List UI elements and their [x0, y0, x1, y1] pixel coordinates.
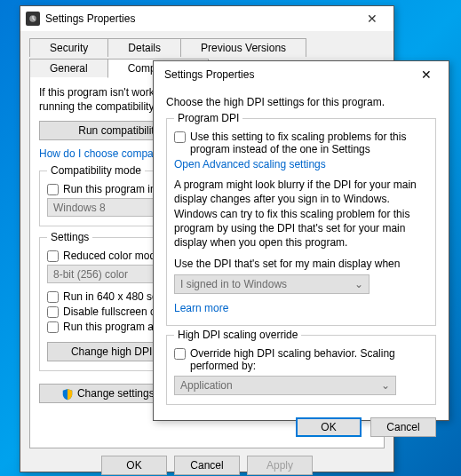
tab-security[interactable]: Security: [29, 38, 108, 57]
select-value: I signed in to Windows: [180, 278, 287, 290]
cancel-button[interactable]: Cancel: [370, 417, 436, 437]
intro-text: Choose the high DPI settings for this pr…: [166, 95, 436, 109]
window-body: Choose the high DPI settings for this pr…: [154, 88, 449, 448]
shield-icon: [61, 387, 74, 400]
checkbox-input[interactable]: [47, 321, 59, 333]
chevron-down-icon: ⌄: [381, 379, 390, 392]
checkbox-input[interactable]: [174, 348, 186, 360]
group-legend: Compatibility mode: [47, 164, 145, 177]
ok-button[interactable]: OK: [101, 456, 167, 475]
apply-button[interactable]: Apply: [247, 456, 313, 475]
program-dpi-group: Program DPI Use this setting to fix scal…: [166, 118, 436, 325]
tab-details[interactable]: Details: [107, 38, 181, 57]
override-group: High DPI scaling override Override high …: [166, 335, 436, 405]
group-legend: Program DPI: [174, 112, 242, 124]
tab-previous-versions[interactable]: Previous Versions: [180, 38, 306, 57]
advanced-scaling-link[interactable]: Open Advanced scaling settings: [174, 158, 326, 171]
group-legend: Settings: [47, 231, 92, 243]
use-dpi-label: Use the DPI that's set for my main displ…: [174, 257, 428, 271]
tab-general[interactable]: General: [29, 59, 108, 77]
checkbox-input[interactable]: [47, 291, 59, 303]
close-icon[interactable]: ✕: [356, 8, 388, 29]
dpi-when-select[interactable]: I signed in to Windows ⌄: [174, 274, 370, 294]
checkbox-input[interactable]: [47, 306, 59, 318]
checkbox-input[interactable]: [174, 131, 186, 143]
dialog-buttons: OK Cancel: [166, 417, 436, 437]
learn-more-link[interactable]: Learn more: [174, 302, 228, 314]
checkbox-label: Use this setting to fix scaling problems…: [190, 131, 428, 155]
close-icon[interactable]: ✕: [413, 64, 440, 85]
dialog-buttons: OK Cancel Apply: [29, 456, 385, 475]
scaling-by-select[interactable]: Application ⌄: [174, 376, 396, 395]
program-dpi-checkbox[interactable]: Use this setting to fix scaling problems…: [174, 131, 428, 155]
app-icon: [26, 12, 40, 26]
checkbox-label: Reduced color mode: [63, 250, 162, 262]
explanation-text: A program might look blurry if the DPI f…: [174, 178, 428, 250]
cancel-button[interactable]: Cancel: [174, 456, 240, 475]
select-value: 8-bit (256) color: [53, 268, 128, 281]
titlebar[interactable]: Settings Properties ✕: [20, 6, 393, 31]
titlebar[interactable]: Settings Properties ✕: [154, 61, 449, 88]
window-title: Settings Properties: [45, 12, 356, 25]
override-checkbox[interactable]: Override high DPI scaling behavior. Scal…: [174, 347, 428, 372]
select-value: Application: [180, 379, 233, 392]
group-legend: High DPI scaling override: [174, 329, 301, 341]
select-value: Windows 8: [53, 202, 106, 214]
ok-button[interactable]: OK: [296, 417, 362, 437]
checkbox-label: Override high DPI scaling behavior. Scal…: [190, 347, 428, 372]
checkbox-input[interactable]: [47, 250, 59, 262]
chevron-down-icon: ⌄: [354, 278, 363, 290]
dpi-window: Settings Properties ✕ Choose the high DP…: [153, 60, 449, 421]
checkbox-input[interactable]: [47, 184, 59, 195]
window-title: Settings Properties: [164, 68, 413, 81]
